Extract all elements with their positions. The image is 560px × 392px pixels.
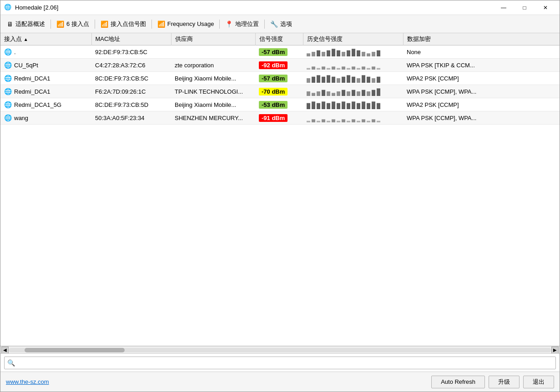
col-header-history[interactable]: 历史信号强度 bbox=[303, 33, 403, 45]
tab-accesspoints[interactable]: 📶 6 接入点 bbox=[52, 16, 94, 32]
wifi-icon: 🌐 bbox=[4, 61, 12, 69]
svg-rect-32 bbox=[317, 75, 320, 83]
scroll-thumb[interactable] bbox=[25, 348, 125, 352]
horizontal-scrollbar[interactable]: ◀ ▶ bbox=[0, 346, 560, 353]
scroll-left-arrow[interactable]: ◀ bbox=[1, 347, 9, 354]
ap-name: Redmi_DCA1_5G bbox=[14, 101, 61, 108]
tab-options[interactable]: 🔧 选项 bbox=[266, 16, 297, 32]
svg-rect-88 bbox=[372, 119, 375, 122]
svg-rect-49 bbox=[327, 91, 330, 96]
svg-rect-39 bbox=[352, 77, 355, 83]
mac-cell: 50:3A:A0:5F:23:34 bbox=[91, 111, 171, 125]
history-cell bbox=[303, 98, 403, 111]
vendor-cell: Beijing Xiaomi Mobile... bbox=[171, 72, 255, 85]
maximize-button[interactable]: □ bbox=[514, 0, 535, 15]
col-header-encrypt[interactable]: 数据加密 bbox=[403, 33, 560, 45]
auto-refresh-button[interactable]: Auto Refresh bbox=[431, 376, 485, 388]
sparkline-svg bbox=[307, 113, 382, 122]
search-input[interactable] bbox=[18, 359, 553, 366]
svg-rect-73 bbox=[372, 101, 375, 109]
svg-rect-50 bbox=[332, 93, 335, 96]
table-row[interactable]: 🌐CU_5qPtC4:27:28:A3:72:C6zte corporation… bbox=[0, 59, 560, 72]
table-row[interactable]: 🌐.92:DE:F9:73:CB:5C-57 dBmNone bbox=[0, 45, 560, 59]
website-link[interactable]: www.the-sz.com bbox=[6, 378, 49, 385]
table-row[interactable]: 🌐wang50:3A:A0:5F:23:34SHENZHEN MERCURY..… bbox=[0, 111, 560, 125]
col-header-signal[interactable]: 信号强度 bbox=[255, 33, 303, 45]
svg-rect-0 bbox=[307, 53, 310, 56]
signal-badge: -57 dBm bbox=[259, 75, 288, 82]
svg-rect-9 bbox=[352, 49, 355, 56]
scroll-track[interactable] bbox=[9, 348, 551, 352]
separator3 bbox=[151, 20, 152, 29]
svg-rect-37 bbox=[342, 77, 345, 83]
signal-badge: -92 dBm bbox=[259, 61, 288, 69]
tab-signal[interactable]: 📶 接入点信号图 bbox=[96, 16, 151, 32]
svg-rect-89 bbox=[377, 121, 380, 122]
svg-rect-14 bbox=[377, 50, 380, 56]
history-cell bbox=[303, 85, 403, 98]
signal-cell: -70 dBm bbox=[255, 85, 303, 98]
app-icon: 🌐 bbox=[4, 4, 12, 12]
svg-rect-29 bbox=[377, 68, 380, 70]
tab-geo[interactable]: 📍 地理位置 bbox=[221, 16, 263, 32]
svg-rect-65 bbox=[332, 101, 335, 109]
svg-rect-45 bbox=[307, 91, 310, 96]
svg-rect-30 bbox=[307, 78, 310, 83]
tab-adapter[interactable]: 🖥 适配器概述 bbox=[2, 16, 50, 32]
svg-rect-1 bbox=[312, 52, 315, 56]
svg-rect-69 bbox=[352, 101, 355, 109]
mac-cell: 8C:DE:F9:73:CB:5C bbox=[91, 72, 171, 85]
sparkline-svg bbox=[307, 87, 382, 96]
svg-rect-34 bbox=[327, 75, 330, 83]
exit-button[interactable]: 退出 bbox=[523, 376, 554, 388]
geo-tab-icon: 📍 bbox=[225, 20, 233, 28]
tab-signal-label: 接入点信号图 bbox=[111, 20, 146, 28]
svg-rect-20 bbox=[332, 66, 335, 70]
ap-name: wang bbox=[14, 115, 28, 121]
minimize-button[interactable]: — bbox=[493, 0, 514, 15]
table-body: 🌐.92:DE:F9:73:CB:5C-57 dBmNone🌐CU_5qPtC4… bbox=[0, 45, 560, 125]
table-container[interactable]: 接入点 MAC地址 供应商 信号强度 历史信号强度 bbox=[0, 33, 560, 346]
history-cell bbox=[303, 45, 403, 59]
toolbar: 🖥 适配器概述 📶 6 接入点 📶 接入点信号图 📶 Frequency Usa… bbox=[0, 15, 560, 33]
svg-rect-67 bbox=[342, 101, 345, 109]
search-input-wrapper[interactable]: 🔍 bbox=[4, 357, 556, 369]
svg-rect-3 bbox=[322, 52, 325, 56]
signal-badge: -57 dBm bbox=[259, 48, 288, 56]
svg-rect-87 bbox=[367, 121, 370, 122]
svg-rect-36 bbox=[337, 78, 340, 83]
adapter-icon: 🖥 bbox=[7, 20, 13, 28]
signal-badge: -70 dBm bbox=[259, 88, 288, 95]
svg-rect-15 bbox=[307, 68, 310, 70]
wifi-icon: 🌐 bbox=[4, 88, 12, 95]
encrypt-cell: WPA PSK [CCMP], WPA... bbox=[403, 111, 560, 125]
ap-cell: 🌐Redmi_DCA1_5G bbox=[0, 98, 91, 111]
history-cell bbox=[303, 59, 403, 72]
col-header-vendor[interactable]: 供应商 bbox=[171, 33, 255, 45]
svg-rect-72 bbox=[367, 103, 370, 109]
table-row[interactable]: 🌐Redmi_DCA1F6:2A:7D:09:26:1CTP-LINK TECH… bbox=[0, 85, 560, 98]
svg-rect-70 bbox=[357, 103, 360, 109]
upgrade-button[interactable]: 升级 bbox=[489, 376, 520, 388]
history-cell bbox=[303, 72, 403, 85]
svg-rect-56 bbox=[362, 90, 365, 96]
svg-rect-58 bbox=[372, 90, 375, 96]
svg-rect-54 bbox=[352, 90, 355, 96]
encrypt-cell: WPA2 PSK [CCMP] bbox=[403, 72, 560, 85]
table-row[interactable]: 🌐Redmi_DCA1_5G8C:DE:F9:73:CB:5DBeijing X… bbox=[0, 98, 560, 111]
sparkline-svg bbox=[307, 60, 382, 70]
close-button[interactable]: ✕ bbox=[535, 0, 556, 15]
tab-frequency[interactable]: 📶 Frequency Usage bbox=[153, 16, 219, 32]
svg-rect-19 bbox=[327, 68, 330, 70]
svg-rect-59 bbox=[377, 88, 380, 96]
col-header-ap[interactable]: 接入点 bbox=[0, 33, 91, 45]
svg-rect-55 bbox=[357, 91, 360, 96]
separator5 bbox=[264, 20, 265, 29]
signal-badge: -53 dBm bbox=[259, 101, 288, 109]
svg-rect-66 bbox=[337, 103, 340, 109]
svg-rect-38 bbox=[347, 75, 350, 83]
scroll-right-arrow[interactable]: ▶ bbox=[551, 347, 559, 354]
col-header-mac[interactable]: MAC地址 bbox=[91, 33, 171, 45]
table-row[interactable]: 🌐Redmi_DCA18C:DE:F9:73:CB:5CBeijing Xiao… bbox=[0, 72, 560, 85]
tab-frequency-label: Frequency Usage bbox=[167, 20, 214, 27]
